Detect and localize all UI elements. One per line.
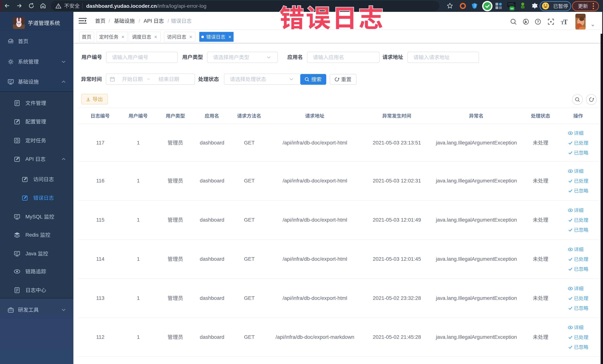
svg-text:T: T [563, 18, 568, 25]
svg-text:?: ? [537, 20, 539, 24]
svg-text:on: on [510, 7, 513, 10]
